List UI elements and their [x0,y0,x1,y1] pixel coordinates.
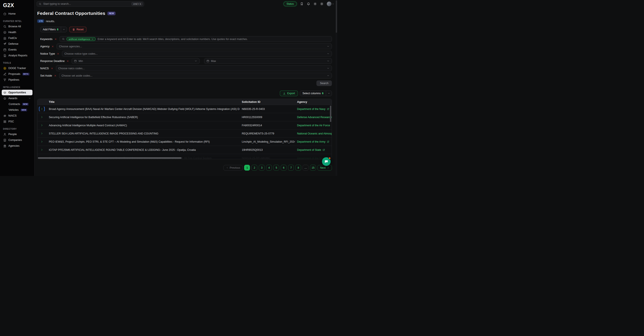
sidebar-item-contracts[interactable]: ContractsNEW [2,101,32,107]
remove-agency-filter-icon[interactable] [52,45,54,48]
badge-new: NEW [21,109,27,112]
row-expand-button[interactable] [40,148,44,152]
sidebar-item-companies[interactable]: Companies [2,137,32,143]
naics-icon [3,114,6,118]
select-columns-button[interactable]: Select columns 6 [300,90,332,96]
page-button-ellipsis[interactable]: … [303,165,308,170]
naics-select[interactable]: Choose naics codes... [56,66,332,71]
remove-response-deadline-filter-icon[interactable] [66,60,69,62]
filters-search-button[interactable]: Search [316,80,332,86]
bookmark-icon[interactable] [300,2,304,6]
sidebar-item-browse-all[interactable]: Browse All [2,24,32,29]
sidebar-item-defense[interactable]: Defense [2,41,32,47]
chevron-right-icon [40,140,43,143]
row-expand-button[interactable] [40,115,44,120]
previous-page-button[interactable]: Previous [224,165,243,170]
chevron-down-icon [28,97,31,100]
sidebar-item-proposals[interactable]: ProposalsBETA [2,71,32,77]
export-button[interactable]: Export [280,90,298,96]
page-button-2[interactable]: 2 [252,165,257,170]
reset-filters-button[interactable]: Reset [69,27,87,32]
sidebar-item-naics[interactable]: NAICS [2,113,32,118]
cell-solicitation-id: N68335-25-R-0403 [240,108,295,110]
agency-select[interactable]: Choose agencies... [56,44,332,49]
add-filters-main: Add Filters 6 [40,27,61,32]
chevron-down-icon [332,3,334,5]
external-icon [322,149,325,151]
remove-keywords-filter-icon[interactable] [54,38,57,40]
agency-name: Department of the Army [297,140,326,143]
next-page-button[interactable]: Next [318,165,332,170]
keywords-input[interactable]: artificial intelligence Enter a keyword … [60,36,332,42]
sidebar-item-vehicles[interactable]: VehiclesNEW [2,107,32,113]
column-header-agency: Agency [295,100,332,104]
chevron-right-icon [327,166,329,169]
row-expand-button[interactable] [40,131,44,136]
page-button-3[interactable]: 3 [259,165,264,170]
add-filters-button[interactable]: Add Filters 6 [40,27,67,32]
user-menu[interactable] [327,2,334,6]
settings-gear-icon[interactable] [314,2,317,6]
notifications-bell-icon[interactable] [307,2,310,6]
star-icon [3,97,6,100]
page-title: Federal Contract Opportunities [37,11,105,16]
row-expand-button[interactable] [40,107,44,111]
deadline-min-input[interactable]: Min [72,58,200,64]
company-icon [3,138,6,142]
sidebar-item-opportunities[interactable]: Opportunities [2,90,32,95]
cell-solicitation-id: REQUIREMENTS-25-0779 [240,132,295,135]
keyword-tag[interactable]: artificial intelligence [66,37,96,41]
sidebar-item-health[interactable]: Health [2,30,32,35]
global-search-input[interactable]: Start typing to search... cmd + k [36,1,144,7]
horizontal-scrollbar-thumb[interactable] [38,157,182,159]
sidebar-item-home[interactable]: Home [2,11,32,16]
sidebar-item-analyst-reports[interactable]: Analyst Reports [2,53,32,58]
set-aside-label: Set Aside [40,74,52,77]
remove-notice-type-filter-icon[interactable] [57,52,59,55]
sidebar-item-pipelines[interactable]: Pipelines [2,77,32,82]
cell-agency: Department of the Army [295,140,332,143]
page-button-5[interactable]: 5 [274,165,279,170]
chat-bubble-icon [324,160,328,164]
sidebar-item-label: Events [8,48,16,51]
sidebar-item-doge-tracker[interactable]: DOGE Tracker [2,66,32,71]
sidebar-item-events[interactable]: Events [2,47,32,52]
page-button-1[interactable]: 1 [244,165,250,170]
page-button-6[interactable]: 6 [281,165,286,170]
agency-link[interactable]: Department of the Air Force [297,124,332,127]
table-vertical-scrollbar[interactable] [330,106,331,122]
page-button-7[interactable]: 7 [288,165,294,170]
agency-link[interactable]: Defense Advanced Research P [297,116,332,119]
remove-set-aside-filter-icon[interactable] [54,74,56,77]
row-expand-button[interactable] [40,140,44,144]
agency-link[interactable]: Department of the Army [297,140,329,143]
add-filters-dropdown-toggle[interactable] [61,27,67,32]
sidebar-item-fedciv[interactable]: FedCiv [2,35,32,41]
sidebar-item-psc[interactable]: PSC [2,119,32,124]
sidebar-item-label: Contracts [8,102,20,106]
notice-type-select[interactable]: Choose notice type codes... [62,51,332,56]
sidebar-item-people[interactable]: People [2,132,32,137]
agency-link[interactable]: National Oceanic and Atmosph [297,132,332,135]
set-aside-select[interactable]: Choose set aside codes... [59,73,332,78]
sidebar-item-awards[interactable]: Awards [2,96,32,101]
agency-link[interactable]: Department of the Navy [297,108,329,110]
keywords-label: Keywords [40,38,52,41]
row-expand-button[interactable] [40,123,44,128]
page-button-8[interactable]: 8 [295,165,301,170]
status-button[interactable]: Status [284,2,297,6]
remove-tag-icon[interactable] [92,38,94,40]
select-columns-dropdown-toggle[interactable] [326,91,332,96]
theme-toggle-sun-icon[interactable] [320,2,324,6]
agency-link[interactable]: Department of State [297,148,325,152]
window-scrollbar-thumb[interactable] [336,0,337,33]
cell-agency: Department of the Navy [295,108,332,110]
sidebar-item-agencies[interactable]: Agencies [2,143,32,149]
filter-row-keywords: Keywords artificial intelligence Enter a… [40,36,332,42]
page-button-15[interactable]: 15 [310,165,316,170]
remove-naics-filter-icon[interactable] [51,67,53,70]
chat-launcher-button[interactable] [322,157,330,166]
deadline-max-input[interactable]: Max [204,58,332,64]
page-button-4[interactable]: 4 [266,165,272,170]
notice-type-placeholder: Choose notice type codes... [64,52,98,55]
